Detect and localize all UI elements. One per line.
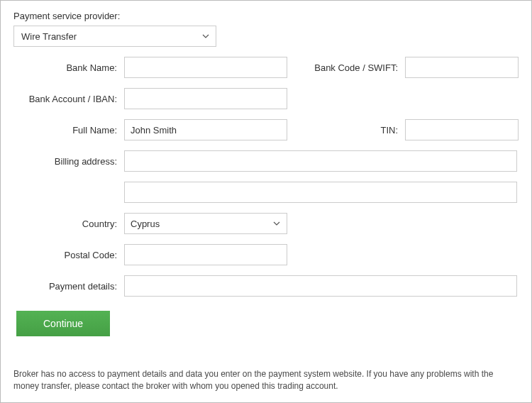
- row-bank-name: Bank Name: Bank Code / SWIFT:: [13, 57, 519, 78]
- row-payment-details: Payment details:: [13, 275, 519, 297]
- postal-label: Postal Code:: [13, 250, 124, 260]
- country-label: Country:: [13, 219, 124, 229]
- row-iban: Bank Account / IBAN:: [13, 88, 519, 109]
- iban-input[interactable]: [124, 88, 287, 109]
- psp-select[interactable]: Wire Transfer: [13, 26, 216, 47]
- form-area: Bank Name: Bank Code / SWIFT: Bank Accou…: [13, 57, 519, 336]
- button-row: Continue: [13, 307, 519, 336]
- continue-button[interactable]: Continue: [16, 311, 110, 336]
- row-billing-address-2: [13, 182, 519, 203]
- footnote-text: Broker has no access to payment details …: [13, 368, 519, 392]
- tin-input[interactable]: [405, 119, 519, 140]
- psp-label: Payment service provider:: [13, 11, 519, 21]
- billing-address-input-2[interactable]: [124, 182, 517, 203]
- bank-name-input[interactable]: [124, 57, 287, 78]
- row-billing-address: Billing address:: [13, 150, 519, 172]
- row-postal: Postal Code:: [13, 244, 519, 265]
- bank-name-label: Bank Name:: [13, 62, 124, 73]
- bank-code-input[interactable]: [405, 57, 519, 78]
- payment-details-input[interactable]: [124, 275, 517, 297]
- row-full-name: Full Name: TIN:: [13, 119, 519, 140]
- country-select-wrap: Cyprus: [124, 213, 287, 234]
- row-country: Country: Cyprus: [13, 213, 519, 234]
- payment-form-container: Payment service provider: Wire Transfer …: [0, 0, 532, 403]
- billing-address-input-1[interactable]: [124, 150, 517, 172]
- payment-details-label: Payment details:: [13, 281, 124, 292]
- full-name-input[interactable]: [124, 119, 287, 140]
- full-name-label: Full Name:: [13, 125, 124, 136]
- psp-select-wrap: Wire Transfer: [13, 26, 216, 47]
- billing-address-label: Billing address:: [13, 156, 124, 167]
- iban-label: Bank Account / IBAN:: [13, 94, 124, 104]
- country-select[interactable]: Cyprus: [124, 213, 287, 234]
- tin-label: TIN:: [287, 125, 405, 136]
- bank-code-label: Bank Code / SWIFT:: [287, 62, 405, 73]
- postal-input[interactable]: [124, 244, 287, 265]
